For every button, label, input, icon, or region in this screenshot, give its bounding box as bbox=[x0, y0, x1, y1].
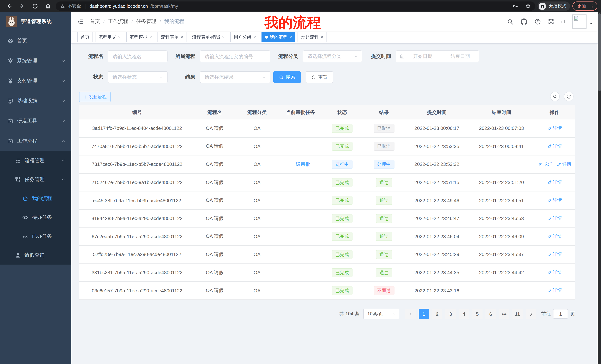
tab-my-process[interactable]: 我的流程× bbox=[261, 32, 295, 42]
browser-menu-icon[interactable] bbox=[590, 3, 595, 9]
cell-process-id: ec45f38f-7b9a-11ec-b03b-acde48001122 bbox=[79, 198, 195, 203]
process-name-input-field[interactable] bbox=[108, 51, 167, 62]
bookmark-star-icon[interactable] bbox=[525, 3, 531, 9]
scrollbar-thumb[interactable] bbox=[598, 13, 601, 91]
reset-button[interactable]: 重置 bbox=[306, 71, 333, 83]
cell-result: 通过 bbox=[363, 232, 405, 241]
cell-result: 通过 bbox=[363, 268, 405, 277]
github-icon[interactable] bbox=[521, 18, 527, 25]
sidebar-item-process-management[interactable]: 流程管理 bbox=[0, 151, 71, 170]
cancel-action-link[interactable]: 取消 bbox=[538, 161, 552, 167]
page-size-select[interactable]: 10条/页 bbox=[363, 309, 399, 319]
page-button-6[interactable]: 6 bbox=[485, 309, 496, 319]
refresh-table-button[interactable] bbox=[564, 92, 573, 101]
sidebar-logo[interactable]: 芋道管理系统 bbox=[0, 12, 71, 31]
close-icon[interactable]: × bbox=[253, 35, 256, 39]
status-badge: 已完成 bbox=[332, 214, 352, 223]
sidebar-item-my-process[interactable]: 我的流程 bbox=[0, 189, 71, 208]
show-search-toggle-button[interactable] bbox=[550, 92, 560, 101]
incognito-icon bbox=[540, 4, 545, 9]
page-button-5[interactable]: 5 bbox=[472, 309, 482, 319]
status-select[interactable]: 请选择状态 bbox=[108, 71, 168, 83]
breadcrumb-item[interactable]: 首页 bbox=[90, 18, 100, 25]
page-button-11[interactable]: 11 bbox=[512, 309, 523, 319]
avatar[interactable] bbox=[572, 14, 587, 29]
table-row: 2152467e-7b9b-11ec-9a1b-acde48001122OA 请… bbox=[79, 174, 575, 192]
detail-action-link[interactable]: 详情 bbox=[547, 197, 562, 203]
filter-row-2: 状态 请选择状态 结果 请选择流结果 搜索 重置 bbox=[79, 71, 333, 83]
detail-action-link[interactable]: 详情 bbox=[547, 251, 562, 258]
reload-icon[interactable] bbox=[32, 3, 38, 9]
detail-action-link[interactable]: 详情 bbox=[547, 125, 562, 131]
detail-action-link[interactable]: 详情 bbox=[547, 233, 562, 239]
more-pages-button[interactable]: ••• bbox=[499, 309, 509, 319]
page-button-3[interactable]: 3 bbox=[445, 309, 456, 319]
process-definition-input-field[interactable] bbox=[200, 51, 270, 62]
goto-page-input[interactable] bbox=[553, 309, 568, 319]
detail-action-link[interactable]: 详情 bbox=[547, 215, 562, 221]
tab-process-form-edit[interactable]: 流程表单-编辑× bbox=[189, 32, 228, 42]
start-process-button[interactable]: 发起流程 bbox=[79, 92, 111, 102]
tab-process-form[interactable]: 流程表单× bbox=[158, 32, 186, 42]
sidebar-item-infrastructure[interactable]: 基础设施 bbox=[0, 91, 71, 111]
sidebar-item-system-management[interactable]: 系统管理 bbox=[0, 51, 71, 71]
process-name-input[interactable] bbox=[108, 50, 168, 62]
close-icon[interactable]: × bbox=[222, 35, 225, 39]
close-icon[interactable]: × bbox=[289, 35, 292, 39]
detail-action-link[interactable]: 详情 bbox=[547, 179, 562, 185]
forward-icon[interactable] bbox=[19, 3, 25, 9]
process-category-select[interactable]: 请选择流程分类 bbox=[303, 50, 362, 62]
detail-action-link[interactable]: 详情 bbox=[557, 161, 571, 167]
help-icon[interactable] bbox=[534, 18, 541, 25]
result-badge: 通过 bbox=[376, 250, 392, 259]
avatar-caret-down-icon[interactable] bbox=[589, 21, 593, 26]
breadcrumb-item[interactable]: 任务管理 bbox=[136, 18, 156, 25]
search-button[interactable]: 搜索 bbox=[273, 71, 301, 83]
close-icon[interactable]: × bbox=[321, 35, 323, 39]
detail-action-link[interactable]: 详情 bbox=[547, 287, 562, 294]
page-button-4[interactable]: 4 bbox=[459, 309, 469, 319]
page-button-2[interactable]: 2 bbox=[432, 309, 442, 319]
header-search-icon[interactable] bbox=[507, 18, 513, 25]
tab-process-definition[interactable]: 流程定义× bbox=[95, 32, 124, 42]
tab-process-model[interactable]: 流程模型× bbox=[126, 32, 155, 42]
detail-action-link[interactable]: 详情 bbox=[547, 143, 562, 149]
sidebar-item-leave-query[interactable]: 请假查询 bbox=[0, 246, 71, 265]
tab-home[interactable]: 首页 bbox=[77, 32, 93, 42]
fullscreen-icon[interactable] bbox=[548, 18, 554, 25]
close-icon[interactable]: × bbox=[180, 35, 183, 39]
browser-update-button[interactable]: 更新 bbox=[572, 1, 597, 11]
tab-start-process[interactable]: 发起流程× bbox=[298, 32, 327, 42]
address-bar[interactable]: 不安全 dashboard.yudao.iocoder.cn/bpm/task/… bbox=[56, 1, 535, 11]
close-icon[interactable]: × bbox=[149, 35, 152, 39]
pen-icon bbox=[557, 162, 561, 166]
next-page-button[interactable] bbox=[526, 309, 536, 319]
close-icon[interactable]: × bbox=[118, 35, 121, 39]
prev-page-button[interactable] bbox=[405, 309, 416, 319]
current-task-link[interactable]: 一级审批 bbox=[291, 161, 310, 167]
window-scrollbar[interactable] bbox=[598, 12, 601, 364]
detail-action-link[interactable]: 详情 bbox=[547, 269, 562, 276]
back-icon[interactable] bbox=[6, 3, 12, 9]
hamburger-icon[interactable] bbox=[77, 18, 84, 25]
home-icon[interactable] bbox=[45, 3, 51, 9]
sidebar-item-todo-tasks[interactable]: 待办任务 bbox=[0, 208, 71, 227]
process-category-label: 流程分类 bbox=[270, 53, 303, 60]
sidebar-item-done-tasks[interactable]: 已办任务 bbox=[0, 227, 71, 246]
breadcrumb-item[interactable]: 工作流程 bbox=[108, 18, 128, 25]
result-select[interactable]: 请选择流结果 bbox=[200, 71, 270, 83]
cell-end-time: 2022-01-22 23:46:53 bbox=[469, 216, 534, 221]
sidebar-item-payment-management[interactable]: 支付管理 bbox=[0, 71, 71, 91]
chevron-down-icon bbox=[262, 75, 266, 79]
key-icon[interactable] bbox=[513, 3, 518, 9]
sidebar-item-workflow[interactable]: 工作流程 bbox=[0, 131, 71, 151]
font-size-icon[interactable]: tT bbox=[561, 19, 565, 25]
sidebar-item-task-management[interactable]: 任务管理 bbox=[0, 170, 71, 189]
sidebar-item-dev-tools[interactable]: 研发工具 bbox=[0, 111, 71, 131]
sidebar-item-label: 待办任务 bbox=[32, 214, 52, 220]
submit-time-range-picker[interactable]: 开始日期 - 结束日期 bbox=[396, 50, 479, 62]
page-button-1[interactable]: 1 bbox=[419, 309, 429, 319]
process-definition-input[interactable] bbox=[200, 50, 270, 62]
sidebar-item-home[interactable]: 首页 bbox=[0, 31, 71, 51]
tab-user-group[interactable]: 用户分组× bbox=[230, 32, 259, 42]
